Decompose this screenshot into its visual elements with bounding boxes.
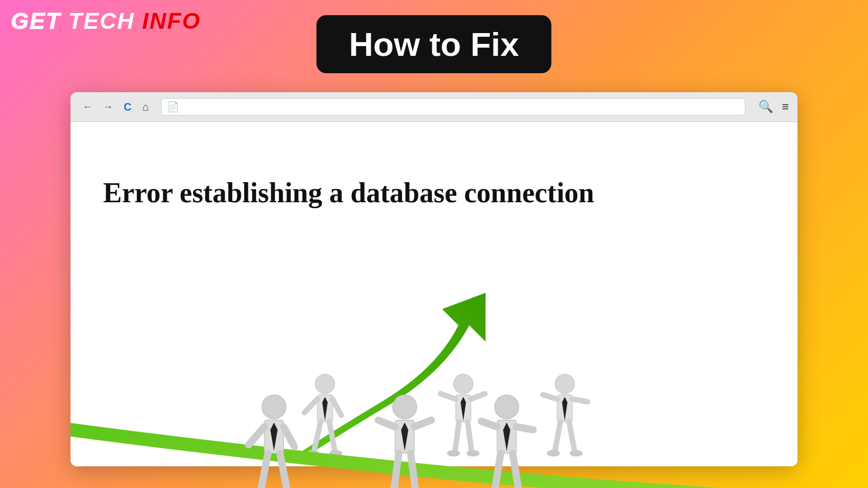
svg-line-50 bbox=[495, 453, 501, 488]
below-browser-area bbox=[71, 380, 797, 488]
back-button[interactable]: ← bbox=[79, 99, 95, 115]
svg-line-48 bbox=[481, 421, 497, 427]
svg-line-39 bbox=[379, 420, 395, 427]
svg-line-42 bbox=[411, 453, 416, 488]
logo: GET TECH INFO bbox=[11, 10, 201, 33]
toolbar-right: 🔍 ≡ bbox=[758, 100, 789, 114]
address-bar[interactable]: 📄 bbox=[161, 98, 746, 115]
svg-line-41 bbox=[394, 453, 399, 488]
svg-point-27 bbox=[262, 395, 286, 419]
svg-line-40 bbox=[414, 420, 431, 427]
svg-line-51 bbox=[513, 453, 519, 488]
svg-line-30 bbox=[249, 427, 265, 445]
svg-line-49 bbox=[516, 427, 533, 430]
svg-line-33 bbox=[280, 453, 287, 488]
svg-point-36 bbox=[393, 395, 417, 419]
banner-text: How to Fix bbox=[349, 25, 519, 63]
below-figure-1 bbox=[239, 394, 309, 488]
page-icon: 📄 bbox=[167, 101, 179, 113]
svg-line-32 bbox=[261, 453, 268, 488]
logo-tech: TECH bbox=[61, 8, 135, 34]
svg-line-31 bbox=[284, 427, 295, 447]
forward-button[interactable]: → bbox=[100, 99, 116, 115]
logo-get: GET bbox=[11, 8, 61, 34]
home-button[interactable]: ⌂ bbox=[139, 99, 152, 115]
error-message: Error establishing a database connection bbox=[103, 176, 765, 210]
below-figure-3 bbox=[471, 394, 542, 488]
search-button[interactable]: 🔍 bbox=[758, 100, 773, 114]
how-to-fix-banner: How to Fix bbox=[316, 15, 551, 73]
logo-info: INFO bbox=[135, 8, 201, 34]
browser-toolbar: ← → C ⌂ 📄 🔍 ≡ bbox=[71, 92, 797, 122]
below-figure-2 bbox=[369, 394, 440, 488]
menu-button[interactable]: ≡ bbox=[782, 100, 789, 114]
svg-point-45 bbox=[495, 395, 519, 419]
reload-button[interactable]: C bbox=[120, 99, 135, 115]
